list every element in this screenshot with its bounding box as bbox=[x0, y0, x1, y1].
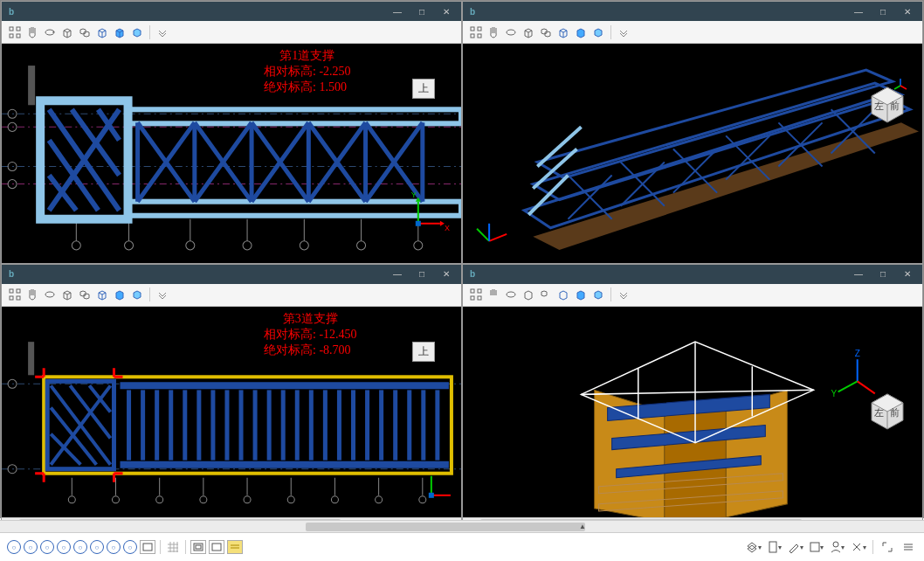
status-layer-icon[interactable]: ▾ bbox=[745, 539, 762, 555]
tool-cube-small-icon[interactable] bbox=[129, 24, 145, 40]
tool-orbit-icon[interactable] bbox=[42, 287, 58, 302]
status-menu-icon[interactable] bbox=[900, 539, 917, 555]
outer-scrollbar-h[interactable]: ▲ bbox=[0, 520, 924, 532]
maximize-button[interactable]: □ bbox=[410, 3, 433, 19]
tool-cube-wire-icon[interactable] bbox=[94, 287, 110, 302]
tool-cube-small-icon[interactable] bbox=[590, 24, 606, 40]
status-circle-7[interactable]: ○ bbox=[107, 540, 121, 554]
status-rect-button[interactable] bbox=[140, 540, 155, 554]
close-button[interactable]: ✕ bbox=[896, 3, 919, 19]
tool-pan-icon[interactable] bbox=[486, 287, 501, 302]
svg-point-142 bbox=[156, 496, 163, 503]
view-orientation-label[interactable]: 上 bbox=[412, 79, 435, 99]
tool-grid-icon[interactable] bbox=[468, 24, 484, 40]
viewcube[interactable]: 左 前 bbox=[861, 385, 914, 438]
minimize-button[interactable]: — bbox=[386, 3, 409, 19]
tool-box-icon[interactable] bbox=[59, 24, 75, 40]
outer-scroll-thumb[interactable] bbox=[306, 523, 585, 531]
svg-point-140 bbox=[112, 496, 119, 503]
status-doc-icon[interactable]: ▾ bbox=[766, 539, 783, 555]
iso-drawing-2: Z Y bbox=[463, 307, 922, 517]
status-circle-2[interactable]: ○ bbox=[24, 540, 38, 554]
status-pencil-icon[interactable]: ▾ bbox=[787, 539, 804, 555]
svg-line-178 bbox=[838, 381, 858, 391]
status-circle-5[interactable]: ○ bbox=[73, 540, 87, 554]
status-tools-icon[interactable]: ▾ bbox=[850, 539, 867, 555]
tool-cube-wire-icon[interactable] bbox=[555, 24, 571, 40]
tool-cube-blue-icon[interactable] bbox=[573, 287, 589, 302]
tool-grid-icon[interactable] bbox=[468, 287, 484, 302]
titlebar[interactable]: b — □ ✕ bbox=[2, 2, 461, 21]
svg-rect-190 bbox=[212, 544, 221, 551]
maximize-button[interactable]: □ bbox=[872, 3, 894, 19]
tool-grid-icon[interactable] bbox=[7, 287, 23, 302]
app-logo-icon: b bbox=[466, 5, 479, 17]
close-button[interactable]: ✕ bbox=[435, 3, 458, 19]
tool-cube-blue-icon[interactable] bbox=[112, 287, 128, 302]
tool-box-icon[interactable] bbox=[521, 24, 536, 40]
tool-orbit-icon[interactable] bbox=[503, 287, 519, 302]
tool-more-icon[interactable] bbox=[155, 24, 170, 40]
tool-cube-blue-icon[interactable] bbox=[112, 24, 128, 40]
status-box-button-2[interactable] bbox=[209, 540, 224, 554]
svg-rect-162 bbox=[478, 296, 481, 300]
minimize-button[interactable]: — bbox=[847, 267, 870, 282]
scroll-center-icon[interactable]: ▲ bbox=[576, 521, 589, 533]
status-circle-3[interactable]: ○ bbox=[40, 540, 54, 554]
titlebar[interactable]: b — □ ✕ bbox=[463, 265, 922, 284]
titlebar[interactable]: b — □ ✕ bbox=[463, 2, 922, 21]
close-button[interactable]: ✕ bbox=[435, 267, 458, 282]
viewport-3d[interactable]: 左 前 bbox=[463, 44, 922, 263]
status-expand-icon[interactable] bbox=[879, 539, 896, 555]
status-user-icon[interactable]: ▾ bbox=[829, 539, 846, 555]
status-circle-4[interactable]: ○ bbox=[57, 540, 71, 554]
status-box-button-1[interactable] bbox=[190, 540, 206, 554]
maximize-button[interactable]: □ bbox=[872, 267, 894, 282]
tool-cube-small-icon[interactable] bbox=[129, 287, 145, 302]
tool-cube-wire-icon[interactable] bbox=[94, 24, 110, 40]
minimize-button[interactable]: — bbox=[847, 3, 870, 19]
status-grid-icon[interactable] bbox=[165, 540, 181, 554]
status-circle-8[interactable]: ○ bbox=[123, 540, 137, 554]
tool-boxes-icon[interactable] bbox=[538, 287, 554, 302]
tool-grid-icon[interactable] bbox=[7, 24, 23, 40]
svg-line-83 bbox=[537, 127, 581, 166]
minimize-button[interactable]: — bbox=[386, 267, 409, 282]
tool-pan-icon[interactable] bbox=[24, 24, 40, 40]
viewport-3d[interactable]: Z Y 左 前 bbox=[463, 307, 922, 517]
viewcube[interactable]: 左 前 bbox=[861, 79, 914, 131]
svg-text:前: 前 bbox=[890, 100, 900, 111]
tool-boxes-icon[interactable] bbox=[538, 24, 554, 40]
maximize-button[interactable]: □ bbox=[410, 267, 433, 282]
viewport-2d[interactable]: 第3道支撑 相对标高: -12.450 绝对标高: -8.700 上 bbox=[2, 307, 461, 517]
tool-boxes-icon[interactable] bbox=[77, 24, 93, 40]
panel-bottom-right: b — □ ✕ bbox=[462, 264, 923, 530]
tool-pan-icon[interactable] bbox=[486, 24, 501, 40]
status-circle-6[interactable]: ○ bbox=[90, 540, 104, 554]
tool-cube-small-icon[interactable] bbox=[590, 287, 606, 302]
status-divider bbox=[185, 540, 186, 554]
app-logo-icon: b bbox=[466, 268, 479, 280]
tool-box-icon[interactable] bbox=[59, 287, 75, 302]
toolbar-divider bbox=[149, 287, 150, 301]
tool-orbit-icon[interactable] bbox=[503, 24, 519, 40]
status-highlight-button[interactable] bbox=[227, 540, 243, 554]
status-square-icon[interactable]: ▾ bbox=[808, 539, 825, 555]
tool-cube-blue-icon[interactable] bbox=[573, 24, 589, 40]
svg-point-154 bbox=[419, 496, 426, 503]
tool-more-icon[interactable] bbox=[155, 287, 170, 302]
viewport-2d[interactable]: X Y 第1道支撑 相对标高: -2.250 绝对标高: 1.500 上 bbox=[2, 44, 461, 263]
tool-orbit-icon[interactable] bbox=[42, 24, 58, 40]
tool-box-icon[interactable] bbox=[521, 287, 536, 302]
tool-cube-wire-icon[interactable] bbox=[555, 287, 571, 302]
view-orientation-label[interactable]: 上 bbox=[412, 342, 435, 362]
close-button[interactable]: ✕ bbox=[896, 267, 919, 282]
svg-point-146 bbox=[244, 496, 251, 503]
titlebar[interactable]: b — □ ✕ bbox=[2, 265, 461, 284]
tool-more-icon[interactable] bbox=[616, 287, 631, 302]
tool-pan-icon[interactable] bbox=[24, 287, 40, 302]
status-circle-1[interactable]: ○ bbox=[7, 540, 21, 554]
tool-boxes-icon[interactable] bbox=[77, 287, 93, 302]
svg-rect-35 bbox=[128, 202, 461, 216]
tool-more-icon[interactable] bbox=[616, 24, 631, 40]
